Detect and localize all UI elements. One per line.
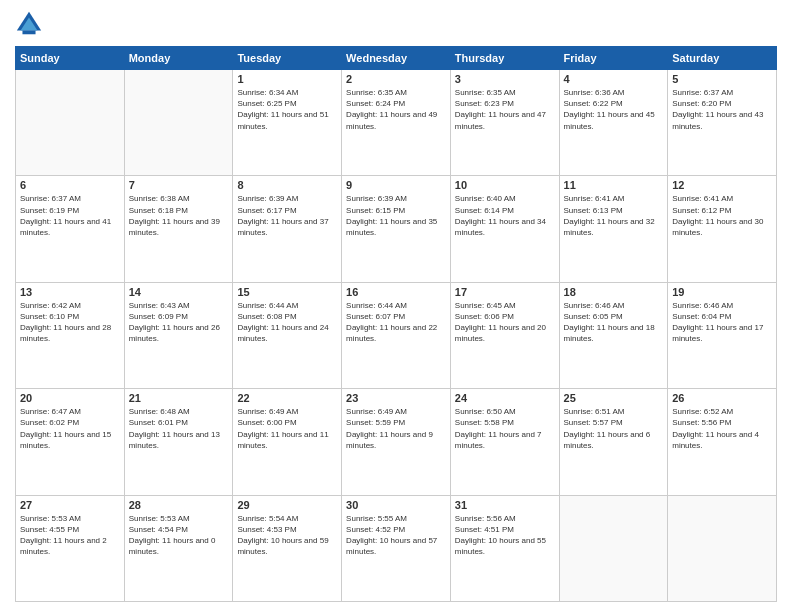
week-row-1: 1Sunrise: 6:34 AM Sunset: 6:25 PM Daylig… bbox=[16, 70, 777, 176]
day-number: 6 bbox=[20, 179, 120, 191]
calendar-cell: 7Sunrise: 6:38 AM Sunset: 6:18 PM Daylig… bbox=[124, 176, 233, 282]
day-info: Sunrise: 6:41 AM Sunset: 6:13 PM Dayligh… bbox=[564, 193, 664, 238]
day-number: 14 bbox=[129, 286, 229, 298]
day-number: 1 bbox=[237, 73, 337, 85]
day-info: Sunrise: 6:42 AM Sunset: 6:10 PM Dayligh… bbox=[20, 300, 120, 345]
calendar-cell: 18Sunrise: 6:46 AM Sunset: 6:05 PM Dayli… bbox=[559, 282, 668, 388]
day-number: 15 bbox=[237, 286, 337, 298]
day-info: Sunrise: 5:56 AM Sunset: 4:51 PM Dayligh… bbox=[455, 513, 555, 558]
day-number: 8 bbox=[237, 179, 337, 191]
day-number: 5 bbox=[672, 73, 772, 85]
calendar-cell: 3Sunrise: 6:35 AM Sunset: 6:23 PM Daylig… bbox=[450, 70, 559, 176]
day-info: Sunrise: 6:44 AM Sunset: 6:08 PM Dayligh… bbox=[237, 300, 337, 345]
day-number: 27 bbox=[20, 499, 120, 511]
calendar-cell bbox=[16, 70, 125, 176]
calendar-cell: 25Sunrise: 6:51 AM Sunset: 5:57 PM Dayli… bbox=[559, 389, 668, 495]
calendar-cell: 28Sunrise: 5:53 AM Sunset: 4:54 PM Dayli… bbox=[124, 495, 233, 601]
calendar-cell: 29Sunrise: 5:54 AM Sunset: 4:53 PM Dayli… bbox=[233, 495, 342, 601]
day-info: Sunrise: 6:49 AM Sunset: 5:59 PM Dayligh… bbox=[346, 406, 446, 451]
calendar-header-friday: Friday bbox=[559, 47, 668, 70]
calendar-cell: 19Sunrise: 6:46 AM Sunset: 6:04 PM Dayli… bbox=[668, 282, 777, 388]
day-info: Sunrise: 6:35 AM Sunset: 6:23 PM Dayligh… bbox=[455, 87, 555, 132]
day-info: Sunrise: 6:49 AM Sunset: 6:00 PM Dayligh… bbox=[237, 406, 337, 451]
day-info: Sunrise: 6:39 AM Sunset: 6:17 PM Dayligh… bbox=[237, 193, 337, 238]
calendar-cell: 30Sunrise: 5:55 AM Sunset: 4:52 PM Dayli… bbox=[342, 495, 451, 601]
calendar-cell: 9Sunrise: 6:39 AM Sunset: 6:15 PM Daylig… bbox=[342, 176, 451, 282]
day-info: Sunrise: 6:37 AM Sunset: 6:20 PM Dayligh… bbox=[672, 87, 772, 132]
day-info: Sunrise: 6:43 AM Sunset: 6:09 PM Dayligh… bbox=[129, 300, 229, 345]
day-number: 2 bbox=[346, 73, 446, 85]
calendar-cell bbox=[559, 495, 668, 601]
calendar-cell bbox=[668, 495, 777, 601]
day-info: Sunrise: 6:36 AM Sunset: 6:22 PM Dayligh… bbox=[564, 87, 664, 132]
day-info: Sunrise: 6:34 AM Sunset: 6:25 PM Dayligh… bbox=[237, 87, 337, 132]
page: SundayMondayTuesdayWednesdayThursdayFrid… bbox=[0, 0, 792, 612]
day-number: 3 bbox=[455, 73, 555, 85]
day-info: Sunrise: 6:51 AM Sunset: 5:57 PM Dayligh… bbox=[564, 406, 664, 451]
day-number: 25 bbox=[564, 392, 664, 404]
day-info: Sunrise: 6:45 AM Sunset: 6:06 PM Dayligh… bbox=[455, 300, 555, 345]
calendar-cell: 17Sunrise: 6:45 AM Sunset: 6:06 PM Dayli… bbox=[450, 282, 559, 388]
day-info: Sunrise: 6:48 AM Sunset: 6:01 PM Dayligh… bbox=[129, 406, 229, 451]
day-number: 18 bbox=[564, 286, 664, 298]
calendar-cell: 22Sunrise: 6:49 AM Sunset: 6:00 PM Dayli… bbox=[233, 389, 342, 495]
day-info: Sunrise: 6:39 AM Sunset: 6:15 PM Dayligh… bbox=[346, 193, 446, 238]
calendar-header-monday: Monday bbox=[124, 47, 233, 70]
day-number: 13 bbox=[20, 286, 120, 298]
day-number: 11 bbox=[564, 179, 664, 191]
day-number: 21 bbox=[129, 392, 229, 404]
day-number: 22 bbox=[237, 392, 337, 404]
day-number: 4 bbox=[564, 73, 664, 85]
day-info: Sunrise: 6:46 AM Sunset: 6:04 PM Dayligh… bbox=[672, 300, 772, 345]
day-info: Sunrise: 6:44 AM Sunset: 6:07 PM Dayligh… bbox=[346, 300, 446, 345]
day-info: Sunrise: 5:53 AM Sunset: 4:55 PM Dayligh… bbox=[20, 513, 120, 558]
calendar-cell: 27Sunrise: 5:53 AM Sunset: 4:55 PM Dayli… bbox=[16, 495, 125, 601]
day-number: 23 bbox=[346, 392, 446, 404]
day-info: Sunrise: 6:52 AM Sunset: 5:56 PM Dayligh… bbox=[672, 406, 772, 451]
calendar-cell bbox=[124, 70, 233, 176]
day-number: 17 bbox=[455, 286, 555, 298]
day-number: 9 bbox=[346, 179, 446, 191]
calendar-header-thursday: Thursday bbox=[450, 47, 559, 70]
calendar-cell: 14Sunrise: 6:43 AM Sunset: 6:09 PM Dayli… bbox=[124, 282, 233, 388]
day-number: 28 bbox=[129, 499, 229, 511]
calendar-cell: 11Sunrise: 6:41 AM Sunset: 6:13 PM Dayli… bbox=[559, 176, 668, 282]
day-number: 29 bbox=[237, 499, 337, 511]
calendar-cell: 1Sunrise: 6:34 AM Sunset: 6:25 PM Daylig… bbox=[233, 70, 342, 176]
calendar-cell: 6Sunrise: 6:37 AM Sunset: 6:19 PM Daylig… bbox=[16, 176, 125, 282]
calendar-cell: 20Sunrise: 6:47 AM Sunset: 6:02 PM Dayli… bbox=[16, 389, 125, 495]
calendar-cell: 24Sunrise: 6:50 AM Sunset: 5:58 PM Dayli… bbox=[450, 389, 559, 495]
day-number: 24 bbox=[455, 392, 555, 404]
calendar-cell: 21Sunrise: 6:48 AM Sunset: 6:01 PM Dayli… bbox=[124, 389, 233, 495]
day-number: 20 bbox=[20, 392, 120, 404]
week-row-4: 20Sunrise: 6:47 AM Sunset: 6:02 PM Dayli… bbox=[16, 389, 777, 495]
day-info: Sunrise: 5:55 AM Sunset: 4:52 PM Dayligh… bbox=[346, 513, 446, 558]
calendar-cell: 23Sunrise: 6:49 AM Sunset: 5:59 PM Dayli… bbox=[342, 389, 451, 495]
day-info: Sunrise: 6:50 AM Sunset: 5:58 PM Dayligh… bbox=[455, 406, 555, 451]
header bbox=[15, 10, 777, 38]
day-number: 16 bbox=[346, 286, 446, 298]
calendar-cell: 13Sunrise: 6:42 AM Sunset: 6:10 PM Dayli… bbox=[16, 282, 125, 388]
calendar-cell: 5Sunrise: 6:37 AM Sunset: 6:20 PM Daylig… bbox=[668, 70, 777, 176]
calendar-header-sunday: Sunday bbox=[16, 47, 125, 70]
week-row-5: 27Sunrise: 5:53 AM Sunset: 4:55 PM Dayli… bbox=[16, 495, 777, 601]
day-info: Sunrise: 6:46 AM Sunset: 6:05 PM Dayligh… bbox=[564, 300, 664, 345]
day-info: Sunrise: 5:53 AM Sunset: 4:54 PM Dayligh… bbox=[129, 513, 229, 558]
day-info: Sunrise: 6:37 AM Sunset: 6:19 PM Dayligh… bbox=[20, 193, 120, 238]
day-number: 30 bbox=[346, 499, 446, 511]
calendar-cell: 16Sunrise: 6:44 AM Sunset: 6:07 PM Dayli… bbox=[342, 282, 451, 388]
calendar-cell: 4Sunrise: 6:36 AM Sunset: 6:22 PM Daylig… bbox=[559, 70, 668, 176]
day-number: 7 bbox=[129, 179, 229, 191]
day-info: Sunrise: 6:40 AM Sunset: 6:14 PM Dayligh… bbox=[455, 193, 555, 238]
day-number: 31 bbox=[455, 499, 555, 511]
calendar-cell: 10Sunrise: 6:40 AM Sunset: 6:14 PM Dayli… bbox=[450, 176, 559, 282]
day-info: Sunrise: 6:47 AM Sunset: 6:02 PM Dayligh… bbox=[20, 406, 120, 451]
day-info: Sunrise: 6:35 AM Sunset: 6:24 PM Dayligh… bbox=[346, 87, 446, 132]
week-row-2: 6Sunrise: 6:37 AM Sunset: 6:19 PM Daylig… bbox=[16, 176, 777, 282]
logo-icon bbox=[15, 10, 43, 38]
calendar-cell: 26Sunrise: 6:52 AM Sunset: 5:56 PM Dayli… bbox=[668, 389, 777, 495]
day-info: Sunrise: 6:41 AM Sunset: 6:12 PM Dayligh… bbox=[672, 193, 772, 238]
calendar-cell: 2Sunrise: 6:35 AM Sunset: 6:24 PM Daylig… bbox=[342, 70, 451, 176]
day-number: 19 bbox=[672, 286, 772, 298]
calendar-cell: 15Sunrise: 6:44 AM Sunset: 6:08 PM Dayli… bbox=[233, 282, 342, 388]
